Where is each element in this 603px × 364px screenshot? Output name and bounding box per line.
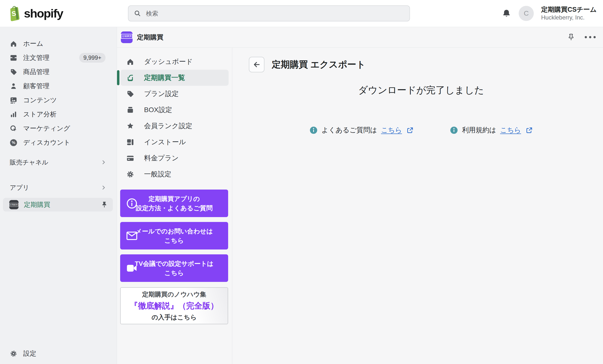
app-nav-label: ダッシュボード	[144, 57, 193, 66]
search-input[interactable]	[146, 10, 404, 17]
info-circle-icon	[126, 198, 138, 209]
sidebar-footer: 設定	[0, 346, 117, 361]
app-icon: 定期購買 ﹏﹏	[121, 31, 133, 43]
knowhow-card[interactable]: 定期購買のノウハウ集 『徹底解説』（完全版） の入手はこちら	[120, 287, 228, 324]
shopify-bag-icon: S	[7, 6, 21, 21]
sidebar-item-label: ホーム	[23, 39, 43, 48]
global-search[interactable]	[128, 5, 410, 22]
app-pane: 定期購買 ﹏﹏ 定期購買 ダッシュボード	[117, 27, 603, 364]
link-prefix: 利用規約は	[462, 125, 496, 135]
video-camera-icon	[126, 262, 138, 274]
box-icon	[126, 106, 134, 114]
app-title: 定期購買	[137, 33, 163, 42]
app-nav-label: 一般設定	[144, 170, 171, 179]
sidebar-item-label: マーケティング	[23, 124, 70, 133]
app-nav-dashboard[interactable]: ダッシュボード	[120, 54, 229, 70]
bell-icon	[502, 9, 511, 18]
app-header-actions	[567, 33, 596, 41]
user-menu[interactable]: 定期購買CSチーム Huckleberry, Inc.	[541, 6, 597, 21]
download-complete-message: ダウンロードが完了しました	[249, 84, 593, 97]
page-title-row: 定期購買 エクスポート	[249, 57, 593, 72]
subscription-list-icon	[126, 74, 134, 82]
help-links-row: よくあるご質問はこちら 利用規約はこちら	[249, 125, 593, 135]
svg-text:%: %	[12, 140, 15, 145]
app-nav-install[interactable]: インストール	[120, 134, 229, 150]
external-link-icon	[407, 127, 413, 134]
target-cursor-icon	[10, 125, 17, 132]
more-options-icon[interactable]	[585, 36, 596, 38]
promo-buttons: 定期購買アプリの 設定方法・よくあるご質問 メールでのお問い合わせは こちら	[120, 190, 228, 282]
home-icon	[10, 40, 17, 47]
external-link-icon	[526, 127, 533, 134]
shopify-sidebar: ホーム 注文管理 9,999+ 商品管理 顧客管理 コンテンツ	[0, 27, 117, 364]
sidebar-item-settings[interactable]: 設定	[0, 346, 117, 361]
tag-icon	[126, 90, 134, 98]
topbar-right: C 定期購買CSチーム Huckleberry, Inc.	[502, 0, 597, 27]
gear-icon	[10, 350, 17, 357]
pin-icon[interactable]	[101, 201, 108, 208]
app-nav-label: インストール	[144, 137, 186, 147]
sidebar-item-content[interactable]: コンテンツ	[0, 93, 117, 107]
app-header: 定期購買 ﹏﹏ 定期購買	[117, 27, 603, 48]
sidebar-item-analytics[interactable]: ストア分析	[0, 107, 117, 121]
app-nav: ダッシュボード 定期購買一覧	[117, 48, 232, 364]
sidebar-section-apps[interactable]: アプリ	[0, 181, 117, 194]
app-nav-member-rank[interactable]: 会員ランク設定	[120, 118, 229, 134]
terms-link[interactable]: こちら	[500, 125, 521, 135]
user-company: Huckleberry, Inc.	[541, 14, 597, 21]
subscription-app-icon: 定期購買	[9, 200, 19, 209]
topbar: S shopify C 定期購買CSチーム Huckleberry, Inc.	[0, 0, 603, 27]
user-name: 定期購買CSチーム	[541, 6, 597, 14]
sidebar-item-marketing[interactable]: マーケティング	[0, 121, 117, 136]
faq-link[interactable]: こちら	[381, 125, 402, 135]
orders-icon	[10, 54, 17, 62]
back-button[interactable]	[249, 57, 265, 72]
sidebar-item-home[interactable]: ホーム	[0, 36, 117, 51]
knowhow-line3: の入手はこちら	[151, 313, 197, 322]
app-nav-label: プラン設定	[144, 89, 179, 98]
chevron-right-icon	[101, 185, 106, 191]
sidebar-item-products[interactable]: 商品管理	[0, 65, 117, 79]
faq-setup-button[interactable]: 定期購買アプリの 設定方法・よくあるご質問	[120, 190, 228, 217]
selected-accent-bar	[117, 70, 119, 85]
star-icon	[126, 122, 134, 130]
dashboard-home-icon	[126, 58, 134, 66]
shopify-wordmark: shopify	[24, 7, 63, 20]
shopify-logo[interactable]: S shopify	[7, 0, 63, 27]
info-icon	[450, 126, 458, 134]
page-title: 定期購買 エクスポート	[272, 58, 366, 71]
bar-chart-icon	[10, 111, 17, 118]
email-contact-button[interactable]: メールでのお問い合わせは こちら	[120, 222, 228, 250]
knowhow-line2: 『徹底解説』（完全版）	[130, 300, 218, 311]
app-nav-subscription-list[interactable]: 定期購買一覧	[120, 70, 229, 86]
app-nav-general-settings[interactable]: 一般設定	[120, 166, 229, 182]
app-icon-signature: ﹏﹏	[125, 39, 128, 40]
sidebar-item-label: 商品管理	[23, 68, 49, 76]
sidebar-item-discounts[interactable]: % ディスカウント	[0, 136, 117, 150]
pinned-app-label: 定期購買	[24, 200, 50, 209]
notifications-button[interactable]	[502, 9, 511, 18]
discount-badge-icon: %	[10, 139, 17, 147]
layout-blocks-icon	[126, 138, 134, 146]
avatar[interactable]: C	[519, 6, 534, 21]
sidebar-item-label: 顧客管理	[23, 82, 49, 91]
sidebar-item-subscription-app[interactable]: 定期購買 定期購買	[3, 198, 113, 212]
sidebar-item-orders[interactable]: 注文管理 9,999+	[0, 51, 117, 65]
person-icon	[10, 82, 17, 90]
app-nav-box-settings[interactable]: BOX設定	[120, 102, 229, 118]
app-nav-plan-settings[interactable]: プラン設定	[120, 86, 229, 102]
app-nav-billing-plan[interactable]: 料金プラン	[120, 150, 229, 166]
sidebar-item-customers[interactable]: 顧客管理	[0, 79, 117, 93]
link-prefix: よくあるご質問は	[322, 125, 377, 135]
sidebar-section-sales-channels[interactable]: 販売チャネル	[0, 155, 117, 169]
pin-icon[interactable]	[567, 33, 575, 41]
gear-icon	[126, 170, 134, 178]
credit-card-icon	[126, 154, 134, 162]
chevron-right-icon	[101, 159, 106, 165]
orders-count-badge: 9,999+	[79, 53, 105, 63]
app-body: ダッシュボード 定期購買一覧	[117, 48, 603, 364]
video-support-button[interactable]: TV会議での設定サポートは こちら	[120, 254, 228, 282]
section-label: アプリ	[10, 183, 29, 192]
shopify-admin-screen: S shopify C 定期購買CSチーム Huckleberry, Inc.	[0, 0, 603, 364]
mail-icon	[126, 230, 138, 242]
